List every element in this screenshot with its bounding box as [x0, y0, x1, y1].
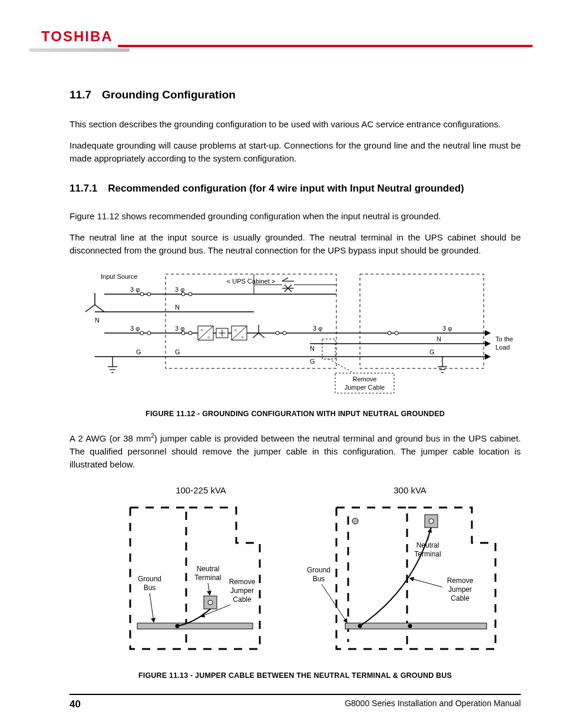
subsection-heading: 11.7.1Recommended configuration (for 4 w… [70, 182, 521, 196]
toshiba-logo: TOSHIBA [41, 28, 113, 45]
svg-text:Bus: Bus [144, 584, 156, 592]
ups-cabinet-boundary [166, 274, 336, 368]
svg-text:Jumper Cable: Jumper Cable [345, 384, 385, 391]
ups-cabinet-label: < UPS Cabinet > [227, 278, 276, 285]
svg-text:To the: To the [495, 335, 513, 342]
paragraph: Figure 11.12 shows recommended grounding… [70, 210, 521, 223]
section-number: 11.7 [70, 88, 91, 101]
svg-text:3 φ: 3 φ [313, 325, 322, 332]
svg-point-23 [147, 331, 151, 335]
subsection-number: 11.7.1 [70, 183, 97, 194]
header-grey-rule [29, 48, 130, 52]
svg-line-72 [150, 593, 154, 622]
svg-text:Ground: Ground [307, 566, 330, 574]
svg-text:=: = [207, 334, 210, 340]
text: A 2 AWG (or 38 mm [70, 433, 151, 443]
figure-11-13-caption: FIGURE 11.13 - JUMPER CABLE BETWEEN THE … [70, 671, 521, 680]
svg-line-2 [95, 305, 104, 312]
svg-text:~: ~ [200, 327, 203, 333]
input-source-label: Input Source [101, 273, 137, 280]
svg-text:Bus: Bus [313, 575, 325, 583]
svg-line-11 [282, 278, 288, 281]
svg-text:~: ~ [241, 334, 244, 340]
svg-point-84 [429, 519, 434, 523]
svg-text:3 φ: 3 φ [130, 325, 140, 332]
svg-line-88 [322, 584, 347, 622]
svg-point-43 [395, 331, 398, 335]
svg-text:Remove: Remove [229, 578, 256, 586]
doc-title: G8000 Series Installation and Operation … [345, 699, 521, 710]
svg-point-69 [176, 624, 180, 628]
svg-text:N: N [310, 345, 315, 352]
jumper-callout [322, 339, 335, 359]
svg-text:Load: Load [495, 344, 510, 351]
svg-point-22 [140, 331, 144, 335]
svg-point-39 [276, 331, 279, 335]
svg-point-5 [147, 292, 151, 296]
svg-text:3 φ: 3 φ [130, 286, 140, 293]
figure-11-13: 100-225 kVA 300 kVA Ground Bus [70, 484, 521, 661]
svg-line-91 [428, 529, 431, 541]
paragraph: The neutral line at the input source is … [70, 231, 521, 257]
ground-icon [108, 357, 117, 373]
svg-text:Cable: Cable [233, 595, 252, 604]
grounding-diagram-svg: Input Source < UPS Cabinet > 3 φ 3 φ [77, 269, 513, 399]
figure-11-12-caption: FIGURE 11.12 - GROUNDING CONFIGURATION W… [70, 410, 521, 418]
figure-11-12: Input Source < UPS Cabinet > 3 φ 3 φ [70, 269, 521, 399]
svg-point-83 [408, 624, 412, 628]
svg-text:Jumper: Jumper [448, 585, 472, 594]
svg-text:Neutral: Neutral [416, 541, 439, 549]
svg-line-1 [85, 305, 95, 312]
paragraph: A 2 AWG (or 38 mm2) jumper cable is prov… [70, 432, 521, 470]
svg-text:G: G [310, 358, 315, 365]
section-heading: 11.7Grounding Configuration [70, 88, 521, 101]
subsection-title: Recommended configuration (for 4 wire in… [108, 183, 464, 194]
svg-point-40 [283, 331, 286, 335]
svg-text:3 φ: 3 φ [175, 286, 184, 293]
right-title: 300 kVA [394, 485, 427, 495]
svg-text:G: G [136, 348, 141, 355]
bypass-switch-icon [282, 278, 294, 292]
svg-line-75 [208, 583, 210, 595]
left-ground-bus [137, 623, 253, 629]
svg-text:3 φ: 3 φ [175, 325, 184, 332]
svg-text:Remove: Remove [353, 375, 377, 383]
svg-line-38 [259, 333, 265, 338]
svg-text:Terminal: Terminal [414, 550, 441, 558]
svg-text:N: N [437, 335, 441, 342]
wye-source-icon [85, 293, 104, 312]
svg-text:=: = [234, 327, 237, 333]
svg-point-4 [140, 292, 144, 296]
svg-point-7 [189, 292, 192, 296]
page-header: TOSHIBA [0, 0, 562, 53]
svg-line-62 [329, 359, 354, 373]
left-title: 100-225 kVA [176, 485, 226, 495]
paragraph: Inadequate grounding will cause problems… [70, 139, 521, 165]
svg-line-95 [410, 578, 442, 587]
svg-point-85 [352, 518, 358, 524]
svg-text:Jumper: Jumper [230, 587, 254, 595]
svg-point-68 [208, 600, 213, 605]
external-box-1 [360, 274, 484, 368]
svg-text:Terminal: Terminal [194, 574, 221, 582]
page-footer: 40 G8000 Series Installation and Operati… [70, 694, 521, 710]
svg-text:N: N [175, 304, 180, 311]
svg-text:Cable: Cable [451, 594, 470, 602]
ground-icon [438, 357, 447, 373]
svg-line-37 [253, 333, 259, 338]
page-content: 11.7Grounding Configuration This section… [0, 53, 562, 680]
svg-text:Remove: Remove [447, 577, 474, 585]
svg-text:Ground: Ground [138, 575, 161, 583]
paragraph: This section describes the grounding con… [70, 118, 521, 131]
section-title: Grounding Configuration [102, 88, 236, 101]
svg-text:G: G [429, 348, 435, 355]
svg-point-25 [189, 331, 192, 335]
right-ground-bus [345, 623, 487, 629]
jumper-diagram-svg: 100-225 kVA 300 kVA Ground Bus [83, 484, 507, 661]
svg-text:G: G [175, 348, 180, 355]
svg-text:N: N [95, 317, 100, 324]
svg-text:3 φ: 3 φ [442, 325, 452, 332]
svg-text:Neutral: Neutral [197, 565, 220, 573]
svg-point-42 [388, 331, 391, 335]
page-number: 40 [70, 699, 81, 710]
